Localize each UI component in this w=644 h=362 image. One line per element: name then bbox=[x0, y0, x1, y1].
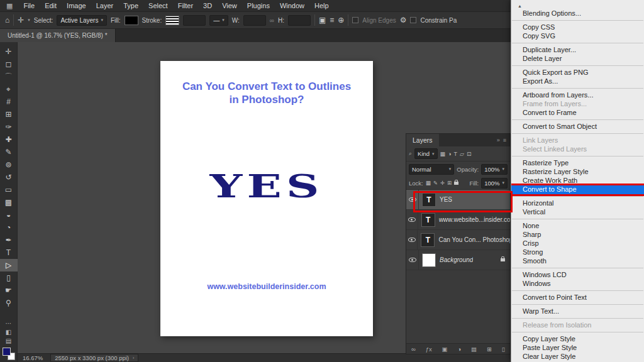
menu-item-quick-export-png[interactable]: Quick Export as PNG bbox=[511, 69, 644, 77]
menu-window[interactable]: Window bbox=[275, 2, 309, 9]
app-grid-icon[interactable]: ▦ bbox=[0, 2, 18, 10]
layer-mask-icon[interactable]: ▣ bbox=[442, 346, 448, 353]
height-input[interactable] bbox=[288, 15, 311, 26]
quick-mask-icon[interactable]: ◧ bbox=[6, 329, 11, 336]
path-selection-tool[interactable]: ▷ bbox=[0, 259, 18, 272]
layer-thumbnail[interactable]: T bbox=[422, 193, 436, 207]
fill-swatch[interactable] bbox=[125, 16, 138, 25]
constrain-checkbox[interactable] bbox=[410, 17, 416, 23]
menu-item-convert-to-smart-object[interactable]: Convert to Smart Object bbox=[511, 123, 644, 131]
filter-adjustment-icon[interactable]: ◑ bbox=[448, 151, 451, 157]
width-input[interactable] bbox=[243, 15, 266, 26]
visibility-toggle[interactable] bbox=[406, 190, 419, 209]
clone-stamp-tool[interactable]: ⊚ bbox=[0, 158, 18, 171]
menu-item-vertical[interactable]: Vertical bbox=[511, 208, 644, 217]
lock-position-icon[interactable]: ✛ bbox=[440, 180, 445, 186]
gear-icon[interactable]: ⚙ bbox=[400, 16, 407, 25]
menu-item-duplicate-layer[interactable]: Duplicate Layer... bbox=[511, 46, 644, 55]
filter-shape-icon[interactable]: ▱ bbox=[460, 151, 464, 157]
menu-item-copy-layer-style[interactable]: Copy Layer Style bbox=[511, 335, 644, 344]
menu-layer[interactable]: Layer bbox=[91, 2, 119, 9]
menu-plugins[interactable]: Plugins bbox=[242, 2, 275, 9]
menu-type[interactable]: Type bbox=[118, 2, 143, 9]
menu-item-rasterize-type[interactable]: Rasterize Type bbox=[511, 159, 644, 168]
menu-item-none[interactable]: None bbox=[511, 222, 644, 231]
filter-kind-dropdown[interactable]: Kind ▾ bbox=[414, 148, 438, 159]
menu-image[interactable]: Image bbox=[62, 2, 91, 9]
edit-toolbar-icon[interactable]: ⋯ bbox=[6, 320, 12, 327]
eraser-tool[interactable]: ▭ bbox=[0, 184, 18, 196]
foreground-color-swatch[interactable] bbox=[3, 348, 11, 356]
collapse-panel-icon[interactable]: » bbox=[497, 137, 500, 143]
filter-type-icon[interactable]: T bbox=[454, 151, 458, 157]
history-brush-tool[interactable]: ↺ bbox=[0, 171, 18, 184]
menu-item-artboard-from-layers[interactable]: Artboard from Layers... bbox=[511, 91, 644, 100]
brush-tool[interactable]: ✎ bbox=[0, 146, 18, 158]
filter-smart-object-icon[interactable]: ⊡ bbox=[467, 151, 472, 157]
menu-help[interactable]: Help bbox=[309, 2, 334, 9]
fill-dropdown[interactable]: 100% ▾ bbox=[481, 178, 508, 189]
menu-item-convert-to-point-text[interactable]: Convert to Point Text bbox=[511, 293, 644, 302]
stroke-swatch[interactable] bbox=[165, 16, 179, 25]
link-dimensions-icon[interactable]: ∞ bbox=[270, 17, 274, 24]
menu-item-clear-layer-style[interactable]: Clear Layer Style bbox=[511, 353, 644, 361]
menu-select[interactable]: Select bbox=[143, 2, 173, 9]
select-mode-dropdown[interactable]: Active Layers ▾ bbox=[57, 15, 107, 26]
dodge-tool[interactable]: ◔ bbox=[0, 221, 18, 234]
menu-item-copy-css[interactable]: Copy CSS bbox=[511, 23, 644, 32]
pen-tool[interactable]: ✒ bbox=[0, 234, 18, 246]
layer-row-heading[interactable]: T Can You Con... Photoshop? bbox=[406, 230, 510, 250]
home-icon[interactable]: ⌂ bbox=[5, 16, 9, 25]
hand-tool[interactable]: ☛ bbox=[0, 284, 18, 297]
opacity-dropdown[interactable]: 100% ▾ bbox=[481, 164, 508, 175]
menu-scroll-up[interactable]: ▲ bbox=[511, 2, 644, 9]
document-info[interactable]: 2550 px x 3300 px (300 ppi) › bbox=[50, 354, 138, 362]
crop-tool[interactable]: # bbox=[0, 96, 18, 108]
menu-item-rasterize-layer-style[interactable]: Rasterize Layer Style bbox=[511, 168, 644, 177]
menu-item-crisp[interactable]: Crisp bbox=[511, 239, 644, 248]
menu-item-paste-layer-style[interactable]: Paste Layer Style bbox=[511, 344, 644, 353]
document-tab[interactable]: Untitled-1 @ 16.7% (YES, RGB/8) * bbox=[0, 29, 116, 42]
layer-thumbnail[interactable]: T bbox=[421, 233, 435, 247]
stroke-type-dropdown[interactable]: — ▾ bbox=[209, 15, 228, 26]
new-layer-icon[interactable]: ⊞ bbox=[487, 346, 492, 353]
path-alignment-icon[interactable]: ≡ bbox=[330, 16, 334, 25]
lasso-tool[interactable]: ⌒ bbox=[0, 70, 18, 83]
stroke-width-input[interactable] bbox=[183, 15, 206, 26]
menu-item-convert-to-frame[interactable]: Convert to Frame bbox=[511, 109, 644, 118]
lock-all-icon[interactable] bbox=[454, 182, 458, 185]
menu-edit[interactable]: Edit bbox=[40, 2, 62, 9]
tab-layers[interactable]: Layers bbox=[406, 134, 439, 146]
layer-row-background[interactable]: Background bbox=[406, 250, 510, 270]
object-selection-tool[interactable]: ⌖ bbox=[0, 83, 18, 96]
menu-view[interactable]: View bbox=[217, 2, 242, 9]
menu-item-create-work-path[interactable]: Create Work Path bbox=[511, 177, 644, 185]
menu-item-horizontal[interactable]: Horizontal bbox=[511, 199, 644, 208]
lock-pixels-icon[interactable]: ✎ bbox=[433, 180, 438, 186]
align-edges-checkbox[interactable] bbox=[352, 17, 358, 23]
layer-thumbnail[interactable] bbox=[422, 253, 436, 267]
visibility-toggle[interactable] bbox=[406, 230, 418, 250]
blend-mode-dropdown[interactable]: Normal ▾ bbox=[409, 164, 454, 175]
menu-item-windows-lcd[interactable]: Windows LCD bbox=[511, 271, 644, 280]
tool-preset-move-icon[interactable]: ✛ bbox=[18, 16, 24, 25]
panel-menu-icon[interactable]: ≡ bbox=[503, 137, 506, 143]
new-group-icon[interactable]: ▤ bbox=[471, 346, 477, 353]
move-tool[interactable]: ✛ bbox=[0, 45, 18, 58]
menu-item-smooth[interactable]: Smooth bbox=[511, 257, 644, 266]
link-layers-icon[interactable]: ∞ bbox=[411, 346, 416, 353]
lock-transparency-icon[interactable]: ▦ bbox=[426, 180, 431, 186]
lock-artboard-icon[interactable]: ⊞ bbox=[447, 180, 452, 186]
visibility-toggle[interactable] bbox=[406, 250, 419, 270]
menu-item-windows[interactable]: Windows bbox=[511, 280, 644, 288]
path-operations-icon[interactable]: ▣ bbox=[319, 16, 326, 25]
menu-item-strong[interactable]: Strong bbox=[511, 248, 644, 257]
menu-item-copy-svg[interactable]: Copy SVG bbox=[511, 32, 644, 41]
menu-item-convert-to-shape[interactable]: Convert to Shape bbox=[511, 185, 644, 194]
menu-item-sharp[interactable]: Sharp bbox=[511, 231, 644, 239]
path-arrange-icon[interactable]: ⊕ bbox=[338, 16, 344, 25]
menu-3d[interactable]: 3D bbox=[198, 2, 217, 9]
layer-row-yes[interactable]: T YES bbox=[406, 190, 510, 210]
filter-pixel-icon[interactable]: ▦ bbox=[440, 151, 446, 157]
screen-mode-icon[interactable]: ▤ bbox=[6, 337, 11, 344]
